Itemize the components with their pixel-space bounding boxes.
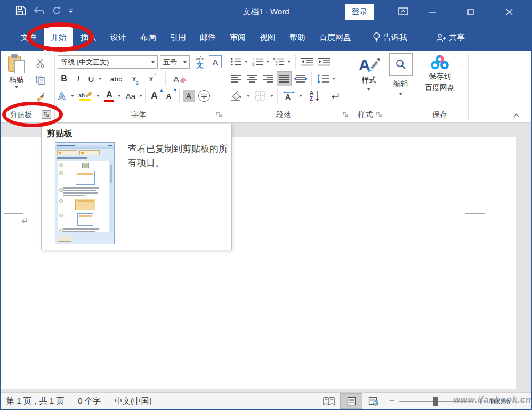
page-count-status[interactable]: 第 1 页，共 1 页: [6, 396, 64, 406]
sign-in-button[interactable]: 登录: [345, 4, 374, 20]
shrink-font-button[interactable]: A: [164, 89, 177, 103]
shading-button[interactable]: [229, 89, 244, 103]
multilevel-caret[interactable]: [286, 55, 292, 69]
underline-button[interactable]: U: [85, 72, 97, 86]
superscript-button[interactable]: x2: [145, 72, 160, 86]
web-layout-icon[interactable]: [363, 394, 384, 408]
clear-formatting-button[interactable]: A: [171, 72, 190, 86]
editing-button[interactable]: 编辑: [389, 53, 413, 106]
customize-qat-icon[interactable]: [68, 9, 74, 13]
paste-button[interactable]: 粘贴: [4, 54, 29, 108]
zoom-level[interactable]: 100%: [489, 393, 510, 409]
font-dialog-launcher[interactable]: [214, 110, 224, 119]
cut-button[interactable]: [32, 56, 49, 70]
shading-caret[interactable]: [245, 89, 252, 103]
word-window: 文档1 - Word 登录 文件 开始 插入 设计 布局 引用 邮件 审阅 视图…: [0, 0, 532, 410]
paragraph-dialog-launcher[interactable]: [341, 110, 350, 119]
asian-layout-caret[interactable]: [297, 89, 304, 103]
increase-indent-button[interactable]: [317, 55, 332, 69]
borders-button[interactable]: [253, 89, 268, 103]
change-case-caret[interactable]: [138, 89, 144, 103]
change-case-button[interactable]: Aa: [124, 89, 138, 103]
minimize-button[interactable]: [420, 0, 445, 24]
highlight-color-button[interactable]: ab: [77, 89, 94, 103]
copy-button[interactable]: [32, 73, 49, 87]
numbering-button[interactable]: 123: [251, 55, 264, 69]
tab-layout[interactable]: 布局: [134, 24, 163, 51]
tab-view[interactable]: 视图: [253, 24, 282, 51]
align-right-button[interactable]: [261, 72, 275, 86]
bullets-button[interactable]: [229, 55, 243, 69]
zoom-in-button[interactable]: +: [474, 393, 486, 409]
tab-share[interactable]: 共享: [430, 24, 471, 51]
styles-button[interactable]: A 样式: [355, 54, 383, 107]
show-hide-marks-button[interactable]: [327, 89, 342, 103]
close-button[interactable]: [497, 0, 521, 24]
tab-tell-me[interactable]: 告诉我: [366, 24, 414, 51]
font-name-combobox[interactable]: 等线 (中文正文): [58, 55, 158, 69]
subscript-button[interactable]: x2: [128, 72, 143, 86]
read-mode-icon[interactable]: [318, 394, 340, 408]
preview-item-list: [58, 161, 109, 232]
undo-icon[interactable]: [33, 6, 46, 15]
line-spacing-caret[interactable]: [331, 72, 337, 86]
character-border-button[interactable]: A: [209, 55, 222, 69]
align-center-button[interactable]: [245, 72, 259, 86]
tab-help[interactable]: 帮助: [283, 24, 312, 51]
zoom-out-button[interactable]: −: [386, 393, 398, 409]
grow-font-button[interactable]: A: [149, 89, 163, 103]
multilevel-list-button[interactable]: [272, 55, 286, 69]
font-color-caret[interactable]: [116, 89, 123, 103]
bullets-caret[interactable]: [243, 55, 249, 69]
ribbon-display-options-icon[interactable]: [397, 6, 409, 17]
save-to-baidu-button[interactable]: 保存到 百度网盘: [420, 54, 460, 107]
strikethrough-button[interactable]: abc: [107, 72, 126, 86]
text-effects-button[interactable]: A: [55, 89, 69, 103]
paste-dropdown-caret[interactable]: [15, 86, 18, 88]
asian-layout-button[interactable]: A: [280, 89, 297, 103]
line-spacing-button[interactable]: [316, 72, 331, 86]
save-icon[interactable]: [15, 5, 27, 17]
justify-button[interactable]: [277, 72, 291, 86]
svg-text:A: A: [285, 93, 291, 101]
align-left-button[interactable]: [229, 72, 243, 86]
styles-icon: A: [358, 54, 380, 74]
ribbon-tab-row: 文件 开始 插入 设计 布局 引用 邮件 审阅 视图 帮助 百度网盘 告诉我 共…: [1, 24, 531, 51]
numbering-caret[interactable]: [264, 55, 271, 69]
tab-baidu-netdisk[interactable]: 百度网盘: [313, 24, 358, 51]
underline-dropdown-caret[interactable]: [97, 72, 103, 86]
tab-design[interactable]: 设计: [104, 24, 133, 51]
collapse-ribbon-chevron-icon[interactable]: [510, 108, 522, 122]
window-title: 文档1 - Word: [1, 0, 531, 24]
text-effects-caret[interactable]: [69, 89, 76, 103]
print-layout-icon[interactable]: [341, 394, 362, 408]
tab-review[interactable]: 审阅: [223, 24, 252, 51]
italic-button[interactable]: I: [72, 72, 84, 86]
bold-button[interactable]: B: [58, 72, 70, 86]
enclose-characters-button[interactable]: 字: [198, 89, 210, 103]
tab-insert[interactable]: 插入: [74, 24, 103, 51]
tab-references[interactable]: 引用: [164, 24, 192, 51]
font-size-combobox[interactable]: 五号: [160, 55, 190, 69]
maximize-button[interactable]: [458, 0, 483, 24]
highlight-caret[interactable]: [95, 89, 101, 103]
distributed-button[interactable]: [293, 72, 308, 86]
phonetic-guide-button[interactable]: wén文: [192, 54, 208, 70]
character-shading-button[interactable]: A: [183, 89, 195, 103]
decrease-indent-button[interactable]: [300, 55, 315, 69]
tab-home[interactable]: 开始: [44, 24, 73, 51]
borders-caret[interactable]: [269, 89, 275, 103]
format-painter-button[interactable]: [32, 90, 49, 104]
tab-file[interactable]: 文件: [14, 24, 43, 51]
styles-dialog-launcher[interactable]: [374, 110, 384, 119]
clipboard-group-label: 剪贴板: [2, 110, 39, 120]
word-count-status[interactable]: 0 个字: [78, 396, 101, 406]
zoom-slider-thumb[interactable]: [433, 397, 438, 406]
font-color-button[interactable]: A: [102, 89, 116, 103]
clipboard-dialog-launcher[interactable]: [42, 110, 51, 119]
redo-icon[interactable]: [52, 6, 62, 15]
tooltip-body: 查看已复制到剪贴板的所有项目。: [128, 142, 230, 170]
tab-mailings[interactable]: 邮件: [194, 24, 222, 51]
language-status[interactable]: 中文(中国): [115, 396, 152, 406]
sort-button[interactable]: AZ: [307, 89, 323, 103]
